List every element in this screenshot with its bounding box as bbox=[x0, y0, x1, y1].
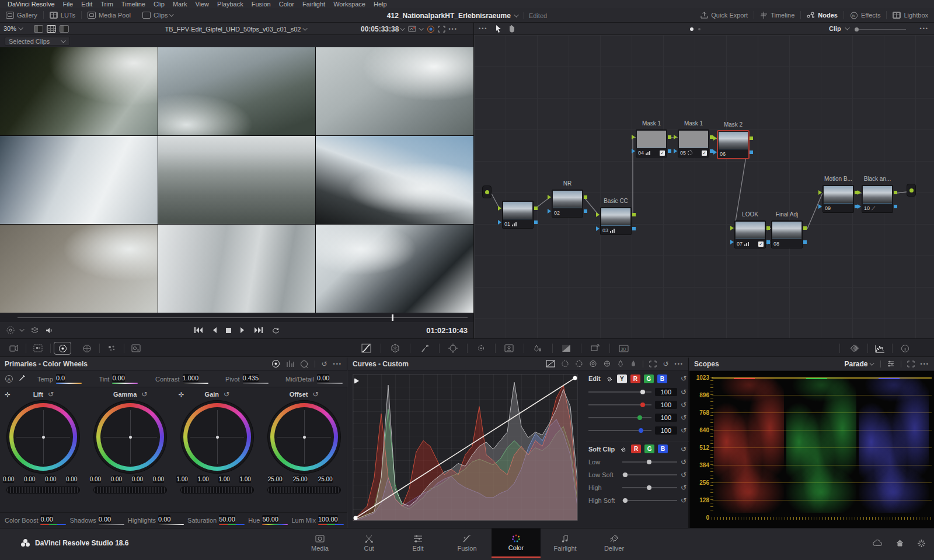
corrector-node-02[interactable]: 02 bbox=[552, 190, 583, 218]
clip-name[interactable]: TB_FPV-Edit_Gipfel_UHD_50fps_v03_c01_s02 bbox=[165, 26, 301, 33]
gamma-master-dial[interactable] bbox=[93, 487, 167, 494]
lum-vs-sat-icon[interactable] bbox=[603, 360, 611, 368]
gallery-button[interactable]: Gallery bbox=[0, 8, 43, 22]
b-gain-reset-icon[interactable]: ↺ bbox=[681, 426, 686, 435]
motion-effects-icon[interactable] bbox=[127, 342, 145, 355]
rgb-input-port[interactable] bbox=[713, 136, 717, 141]
cloud-icon[interactable] bbox=[873, 539, 883, 547]
next-clip-icon[interactable] bbox=[254, 327, 263, 334]
pan-tool-icon[interactable] bbox=[508, 24, 515, 33]
loop-icon[interactable] bbox=[271, 327, 280, 334]
gain-blue-value[interactable]: 1.00 bbox=[239, 475, 250, 483]
custom-curve-icon[interactable] bbox=[546, 360, 555, 368]
key-input-port[interactable] bbox=[674, 149, 677, 153]
rgb-output-port[interactable] bbox=[534, 206, 538, 210]
clip-thumbnail[interactable] bbox=[316, 225, 473, 313]
gamma-master-value[interactable]: 0.00 bbox=[90, 475, 101, 483]
offset-red-value[interactable]: 25.00 bbox=[268, 475, 283, 483]
curves-expand-icon[interactable] bbox=[649, 360, 657, 368]
play-icon[interactable] bbox=[240, 327, 246, 334]
media-pool-button[interactable]: Media Pool bbox=[82, 8, 137, 22]
lift-blue-value[interactable]: 0.00 bbox=[66, 475, 77, 483]
saturation-value[interactable]: 50.00 bbox=[219, 515, 235, 523]
temp-value[interactable]: 0.0 bbox=[56, 374, 65, 382]
lift-wheel-handle[interactable] bbox=[42, 436, 45, 439]
r-gain-slider[interactable] bbox=[588, 404, 651, 405]
tracker-icon[interactable] bbox=[472, 342, 490, 355]
corrector-node-01[interactable]: 01 bbox=[502, 201, 534, 229]
mid-detail-value[interactable]: 0.00 bbox=[317, 374, 329, 382]
tab-fairlight[interactable]: Fairlight bbox=[541, 528, 590, 558]
node-checkbox-icon[interactable]: ✓ bbox=[702, 150, 707, 156]
power-windows-icon[interactable] bbox=[444, 342, 462, 355]
menu-item-clip[interactable]: Clip bbox=[149, 0, 169, 8]
g-gain-slider[interactable] bbox=[588, 417, 651, 418]
curves-reset-icon[interactable]: ↺ bbox=[663, 360, 668, 368]
nodes-button[interactable]: Nodes bbox=[801, 8, 844, 22]
key-icon[interactable] bbox=[557, 342, 575, 355]
tab-deliver[interactable]: Deliver bbox=[590, 528, 639, 558]
tab-fusion[interactable]: Fusion bbox=[442, 528, 492, 558]
scrubber-track[interactable] bbox=[18, 317, 468, 318]
log-mode-icon[interactable] bbox=[300, 360, 309, 368]
lift-green-value[interactable]: 0.00 bbox=[45, 475, 56, 483]
node-mode-label[interactable]: Clip bbox=[829, 25, 841, 32]
y-gain-slider[interactable] bbox=[588, 391, 651, 393]
hue-vs-lum-icon[interactable] bbox=[589, 360, 597, 368]
r-gain-value[interactable]: 100 bbox=[655, 401, 677, 409]
parade-scope[interactable]: 1023 896 768 640 512 384 256 128 0 bbox=[689, 371, 934, 528]
viewer-mode-compare-icon[interactable] bbox=[60, 25, 69, 33]
select-tool-icon[interactable] bbox=[495, 24, 502, 33]
edit-reset-icon[interactable]: ↺ bbox=[681, 374, 686, 383]
rgb-input-port[interactable] bbox=[632, 135, 635, 139]
primaries-more-icon[interactable]: ••• bbox=[333, 361, 342, 367]
low-soft-slider[interactable] bbox=[622, 474, 677, 475]
soft-clip-b-button[interactable]: B bbox=[658, 444, 668, 453]
keyframes-icon[interactable] bbox=[846, 342, 864, 355]
menu-item-view[interactable]: View bbox=[191, 0, 213, 8]
unmix-icon[interactable] bbox=[30, 327, 39, 334]
tab-media[interactable]: Media bbox=[295, 528, 344, 558]
key-input-port[interactable] bbox=[548, 209, 551, 214]
sat-vs-lum-icon[interactable] bbox=[630, 360, 637, 368]
camera-raw-icon[interactable] bbox=[5, 342, 22, 355]
gamma-wheel[interactable] bbox=[96, 403, 164, 471]
stereo-3d-icon[interactable]: 3D bbox=[615, 342, 632, 355]
menu-item-playback[interactable]: Playback bbox=[213, 0, 248, 8]
tab-cut[interactable]: Cut bbox=[344, 528, 393, 558]
lightbox-button[interactable]: Lightbox bbox=[887, 8, 934, 22]
color-wheels-icon[interactable] bbox=[54, 342, 71, 355]
gain-master-dial[interactable] bbox=[180, 487, 254, 494]
info-icon[interactable] bbox=[896, 342, 914, 355]
gain-reset-icon[interactable]: ↺ bbox=[224, 390, 229, 398]
project-title[interactable]: 412_NationalparkHT_Erlebnisraeume bbox=[387, 12, 511, 20]
channel-g-button[interactable]: G bbox=[644, 374, 654, 383]
corrector-node-08[interactable]: 08 bbox=[771, 220, 803, 249]
corrector-node-04[interactable]: 04 ✓ bbox=[636, 130, 667, 158]
gamma-wheel-handle[interactable] bbox=[129, 436, 132, 439]
g-gain-value[interactable]: 100 bbox=[655, 414, 677, 422]
key-output-port[interactable] bbox=[584, 209, 587, 213]
soft-clip-g-button[interactable]: G bbox=[644, 444, 654, 453]
clip-thumbnail[interactable] bbox=[0, 225, 158, 313]
clips-button[interactable]: Clips bbox=[137, 8, 180, 22]
menu-item-color[interactable]: Color bbox=[275, 0, 298, 8]
node-more-icon[interactable]: ••• bbox=[920, 26, 929, 32]
node-checkbox-icon[interactable]: ✓ bbox=[758, 242, 764, 247]
high-soft-slider[interactable] bbox=[622, 500, 677, 501]
color-viewer-icon[interactable] bbox=[427, 25, 435, 33]
scope-expand-icon[interactable] bbox=[907, 360, 915, 368]
scope-settings-icon[interactable] bbox=[887, 360, 895, 368]
source-timecode[interactable]: 00:05:33:38 bbox=[361, 25, 399, 33]
page-dot-active[interactable] bbox=[690, 27, 693, 31]
corrector-node-05[interactable]: 05 ✓ bbox=[678, 130, 709, 158]
rgb-input-port[interactable] bbox=[498, 206, 501, 211]
curve-editor[interactable] bbox=[353, 374, 578, 521]
low-slider[interactable] bbox=[622, 461, 677, 463]
sat-vs-sat-icon[interactable] bbox=[617, 360, 624, 368]
highlights-value[interactable]: 0.00 bbox=[158, 515, 170, 523]
y-gain-reset-icon[interactable]: ↺ bbox=[681, 388, 686, 396]
lut-flag-icon[interactable] bbox=[408, 25, 417, 33]
hdr-wheels-icon[interactable] bbox=[78, 342, 96, 355]
gain-wheel[interactable] bbox=[183, 403, 251, 471]
